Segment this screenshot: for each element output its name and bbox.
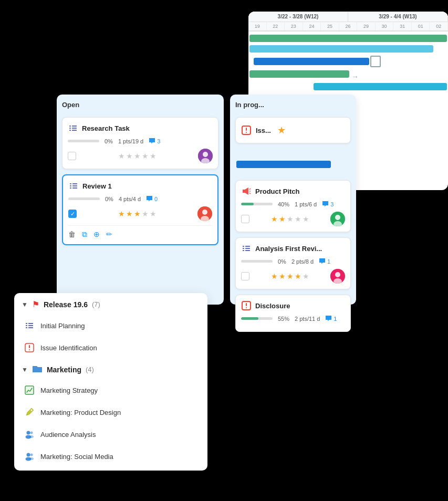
card-footer: ★ ★ ★ ★ ★ [241,212,345,226]
card-stars: ★ ★ ★ ★ ★ [271,215,309,223]
kanban-card-review-1[interactable]: Review 1 0% 4 pts/4 d 0 ✓ ★ ★ ★ [62,174,218,245]
kanban-col-open-title: Open [62,101,218,112]
svg-point-51 [31,410,33,411]
kanban-card-research-task[interactable]: Research Task 0% 1 pts/19 d 3 ★ ★ ★ [62,117,218,169]
gantt-day: 31 [393,22,412,30]
pts-text: 1 pts/6 d [295,201,317,207]
svg-rect-46 [28,327,33,328]
comment-badge: 0 [146,195,158,202]
svg-rect-13 [72,185,77,186]
list-item-audience-analysis[interactable]: Audience Analysis [14,423,207,445]
card-checkbox[interactable] [241,272,249,280]
kanban-board: Open Research Task [57,95,356,305]
svg-point-53 [30,432,33,434]
list-item-label-marketing-social-media: Marketing: Social Media [40,453,113,461]
gantt-day: 25 [321,22,339,30]
progress-pct: 0% [105,196,113,202]
gantt-day: 19 [248,22,267,30]
svg-point-59 [29,457,34,460]
card-stars: ★ ★ ★ ★ ★ [118,210,157,218]
gantt-days: 19 22 23 24 25 26 29 30 31 01 02 [248,22,448,31]
kanban-card-analysis-first-revi[interactable]: Analysis First Revi... 0% 2 pts/8 d 1 ★ … [235,237,351,289]
gantt-drag-handle[interactable] [370,56,381,67]
card-checkbox[interactable] [68,152,76,160]
svg-point-27 [335,215,340,220]
card-avatar [198,149,213,163]
svg-rect-32 [245,246,250,247]
folder-icon [32,364,43,375]
list-section-release-count: (7) [92,300,100,308]
gantt-day: 02 [430,22,448,30]
svg-rect-4 [72,128,77,129]
list-item-marketing-product-design[interactable]: Marketing: Product Design [14,401,207,423]
star-5: ★ [150,210,157,218]
list-subsection-marketing-title: Marketing [47,366,81,374]
card-checkbox[interactable]: ✓ [68,210,77,218]
progress-pct: 0% [278,258,286,265]
star-4: ★ [295,215,301,223]
progress-fill [241,203,254,205]
gantt-arrow: → [351,72,359,81]
svg-point-55 [29,435,34,438]
card-footer: ★ ★ ★ ★ ★ [68,149,213,163]
svg-rect-2 [69,130,71,131]
list-panel: ▼ ⚑ Release 19.6 (7) Initial Planning [14,293,207,471]
svg-rect-22 [243,190,245,193]
list-item-initial-planning[interactable]: Initial Planning [14,315,207,337]
star-1: ★ [118,210,125,218]
pts-text: 2 pts/8 d [291,258,314,265]
svg-rect-14 [72,187,77,189]
delete-icon[interactable]: 🗑 [68,230,76,239]
svg-point-36 [335,272,340,277]
svg-rect-10 [70,185,71,186]
star-3: ★ [287,215,294,223]
list-item-label-marketing-strategy: Marketing Strategy [40,387,98,394]
issue-icon-2 [241,300,252,311]
svg-rect-12 [72,183,77,184]
gantt-bar-overlay [236,161,331,168]
card-title-disclosure: Disclosure [255,302,290,310]
svg-point-7 [203,152,208,157]
svg-rect-1 [69,128,71,129]
star-2: ★ [279,272,286,280]
svg-rect-31 [243,250,244,251]
list-item-marketing-social-media[interactable]: Marketing: Social Media [14,445,207,467]
share-icon[interactable]: ⊕ [93,230,100,239]
card-meta: 40% 1 pts/6 d 3 [241,201,345,207]
card-footer: ★ ★ ★ ★ ★ [241,269,345,284]
svg-rect-41 [26,323,27,324]
card-title-analysis: Analysis First Revi... [255,245,322,253]
comment-badge: 3 [149,138,160,144]
svg-rect-43 [26,327,27,328]
kanban-card-product-pitch[interactable]: Product Pitch 40% 1 pts/6 d 3 ★ ★ ★ [235,180,351,232]
gantt-header: 3/22 - 3/28 (W12) 3/29 - 4/4 (W13) 19 22… [248,12,448,32]
comment-count: 3 [330,201,334,207]
card-actions: 🗑 ⧉ ⊕ ✏ [68,225,212,239]
svg-rect-40 [246,307,247,308]
list-subsection-marketing-header[interactable]: ▼ Marketing (4) [14,359,207,379]
gantt-weeks: 3/22 - 3/28 (W12) 3/29 - 4/4 (W13) [248,12,448,22]
copy-icon[interactable]: ⧉ [82,230,87,239]
list-section-release-header[interactable]: ▼ ⚑ Release 19.6 (7) [14,293,207,315]
progress-bar-bg [241,317,273,320]
svg-rect-5 [72,130,77,131]
issue-icon [241,125,252,135]
gantt-bar-2 [249,45,433,53]
star-4: ★ [142,210,149,218]
kanban-card-disclosure[interactable]: Disclosure 55% 2 pts/11 d 1 [235,295,351,332]
card-title-review-1: Review 1 [82,182,112,190]
card-checkbox[interactable] [241,215,249,223]
chevron-down-icon: ▼ [22,301,28,308]
chevron-down-icon: ▼ [22,366,28,373]
list-item-issue-identification[interactable]: Issue Identification [14,337,207,359]
pts-text: 4 pts/4 d [119,196,141,202]
card-meta: 0% 4 pts/4 d 0 [68,195,212,202]
audience-icon [24,429,35,440]
star-3: ★ [287,272,294,280]
gantt-day: 01 [412,22,430,30]
kanban-card-issue[interactable]: Iss... ★ [235,117,351,143]
list-item-marketing-strategy[interactable]: Marketing Strategy [14,379,207,401]
design-icon [24,406,35,418]
star-special: ★ [277,124,286,136]
edit-icon[interactable]: ✏ [106,230,112,239]
